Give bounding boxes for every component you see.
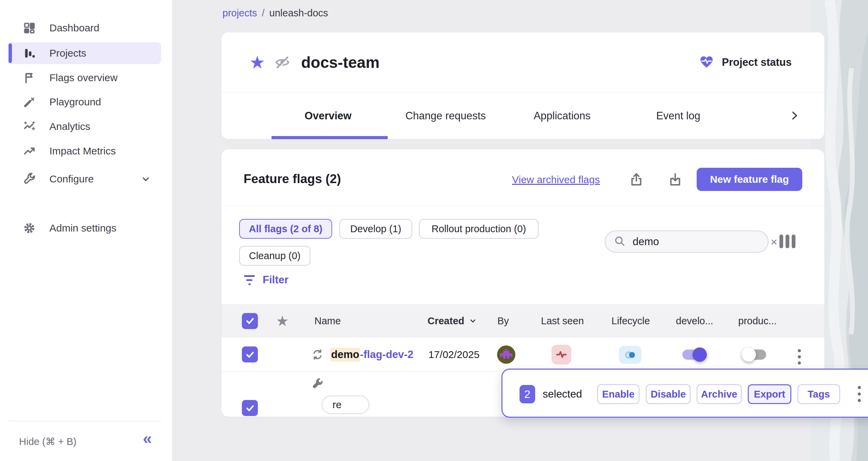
project-header-row: ★ docs-team Project status [221, 32, 824, 92]
column-created[interactable]: Created [428, 304, 477, 338]
sidebar-item-label: Playground [49, 96, 101, 108]
project-status-label: Project status [722, 56, 792, 69]
sidebar-item-impact-metrics[interactable]: Impact Metrics [9, 140, 161, 162]
gear-icon [22, 221, 36, 235]
tags-button[interactable]: Tags [797, 384, 840, 404]
checkbox-checked-icon[interactable] [242, 400, 258, 416]
filter-label: Filter [263, 274, 289, 286]
column-last-seen[interactable]: Last seen [541, 304, 584, 338]
sidebar: Dashboard Projects Flags overview [0, 0, 172, 461]
flag-type-wrench-icon [311, 377, 324, 392]
sidebar-item-label: Dashboard [49, 22, 99, 34]
wand-icon [22, 95, 36, 109]
row-actions-kebab-icon[interactable] [796, 347, 803, 367]
production-toggle[interactable] [743, 350, 766, 360]
chevron-right-icon[interactable] [788, 109, 801, 123]
archive-button[interactable]: Archive [697, 384, 742, 404]
favorite-star-icon[interactable]: ★ [249, 54, 265, 71]
sidebar-item-admin-settings[interactable]: Admin settings [9, 217, 161, 239]
more-actions-kebab-icon[interactable] [855, 383, 864, 405]
sidebar-item-label: Impact Metrics [49, 145, 116, 157]
sidebar-item-playground[interactable]: Playground [9, 91, 161, 113]
export-button[interactable]: Export [748, 384, 791, 404]
project-status-button[interactable]: Project status [699, 54, 792, 71]
sidebar-item-label: Configure [49, 173, 94, 185]
feature-flags-heading: Feature flags (2) [244, 172, 341, 186]
heart-pulse-icon [699, 54, 714, 71]
sidebar-item-projects[interactable]: Projects [9, 42, 161, 64]
bulk-selection-toolbar: 2 selected Enable Disable Archive Export… [501, 369, 868, 418]
column-lifecycle[interactable]: Lifecycle [611, 304, 650, 338]
column-favorite-star-icon[interactable]: ★ [276, 304, 289, 338]
tab-change-requests[interactable]: Change requests [405, 92, 486, 139]
row-checkbox[interactable] [242, 338, 258, 371]
search-match-highlight: demo [330, 348, 360, 361]
filter-button[interactable]: Filter [244, 272, 289, 288]
app-window: Dashboard Projects Flags overview [0, 0, 868, 461]
trending-up-icon [22, 144, 36, 158]
sidebar-item-flags-overview[interactable]: Flags overview [9, 67, 161, 89]
new-feature-flag-button[interactable]: New feature flag [697, 168, 802, 191]
avatar [497, 338, 515, 371]
column-by[interactable]: By [497, 304, 509, 338]
sidebar-item-label: Analytics [49, 121, 90, 132]
chevron-down-icon[interactable] [141, 174, 151, 184]
enable-button[interactable]: Enable [597, 384, 639, 404]
import-icon[interactable] [666, 170, 684, 188]
flag-name-rest: -flag-dev-2 [360, 348, 414, 361]
column-created-label: Created [428, 315, 464, 327]
sidebar-collapse-icon[interactable]: « [143, 430, 151, 447]
lifecycle-badge[interactable] [619, 346, 641, 364]
flag-name-link[interactable]: demo-flag-dev-2 [330, 338, 413, 371]
search-input[interactable] [633, 236, 769, 248]
sidebar-item-label: Flags overview [49, 72, 118, 84]
columns-icon[interactable] [779, 235, 795, 248]
selected-label: selected [543, 388, 582, 400]
sidebar-item-dashboard[interactable]: Dashboard [9, 17, 161, 39]
toggle-thumb [742, 347, 756, 362]
view-archived-flags-link[interactable]: View archived flags [512, 174, 600, 185]
chip-rollout-production[interactable]: Rollout production (0) [419, 219, 539, 239]
breadcrumb-projects-link[interactable]: projects [222, 8, 257, 19]
search-icon [614, 235, 626, 249]
checkbox-checked-icon[interactable] [242, 313, 258, 329]
sidebar-footer-divider [9, 421, 161, 421]
flag-name-pill[interactable]: re [322, 396, 369, 414]
breadcrumb: projects / unleash-docs [222, 8, 328, 19]
sidebar-hide-label: Hide (⌘ + B) [19, 436, 76, 447]
project-header-card: ★ docs-team Project status [221, 32, 824, 139]
analytics-icon [22, 119, 36, 134]
chip-develop[interactable]: Develop (1) [339, 219, 412, 239]
clear-search-icon[interactable]: × [769, 236, 779, 248]
develop-toggle[interactable] [682, 350, 706, 360]
row-checkbox[interactable] [242, 386, 258, 417]
flag-type-sync-icon [311, 338, 324, 371]
export-icon[interactable] [627, 170, 645, 188]
tab-event-log[interactable]: Event log [656, 92, 700, 139]
last-seen-badge[interactable] [552, 345, 571, 365]
column-production[interactable]: produc... [738, 304, 777, 338]
disable-button[interactable]: Disable [646, 384, 691, 404]
selected-count-badge: 2 [520, 385, 535, 403]
sidebar-item-analytics[interactable]: Analytics [9, 116, 161, 137]
dashboard-icon [22, 21, 36, 35]
checkbox-checked-icon[interactable] [242, 346, 258, 362]
table-header: ★ Name Created By Last seen Lifecycle de… [221, 304, 824, 338]
flag-icon [22, 71, 36, 85]
project-title: docs-team [301, 53, 379, 72]
flag-search[interactable]: × [605, 230, 769, 253]
tab-applications[interactable]: Applications [533, 92, 590, 139]
sidebar-item-configure[interactable]: Configure [9, 168, 161, 190]
chip-cleanup[interactable]: Cleanup (0) [239, 246, 310, 266]
created-date: 17/02/2025 [426, 338, 482, 371]
tab-overview[interactable]: Overview [305, 92, 352, 139]
table-row: demo-flag-dev-2 17/02/2025 [221, 338, 824, 372]
main-content: projects / unleash-docs ★ docs-team [172, 0, 868, 461]
chip-all-flags[interactable]: All flags (2 of 8) [239, 219, 332, 239]
column-develop[interactable]: develo... [676, 304, 713, 338]
column-name[interactable]: Name [314, 304, 341, 338]
tab-bar: Overview Change requests Applications Ev… [221, 92, 824, 139]
select-all-checkbox[interactable] [242, 304, 258, 338]
toggle-thumb [693, 347, 707, 362]
section-divider [221, 206, 824, 206]
